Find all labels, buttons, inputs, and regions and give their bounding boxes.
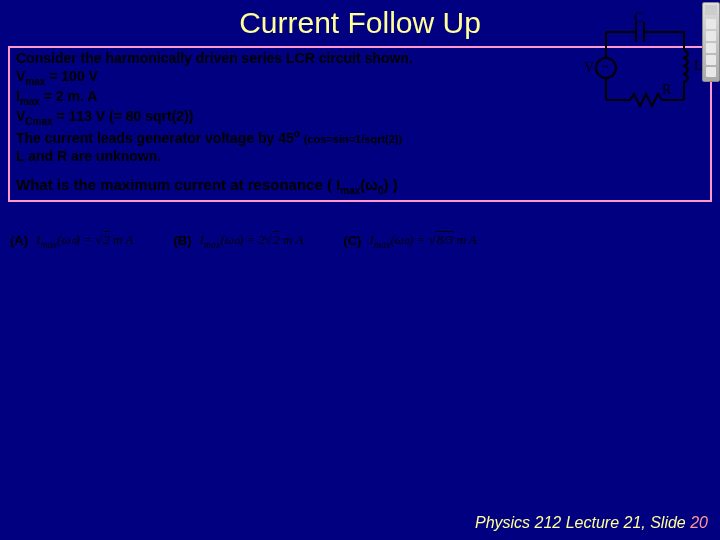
- footer-course: Physics 212: [475, 514, 561, 531]
- choices-row: (A) Imax(ω₀) = √2 m A (B) Imax(ω₀) = 2√2…: [10, 232, 710, 250]
- c-root: 8/3: [436, 232, 454, 247]
- q-post: ) ): [384, 176, 398, 193]
- choice-b[interactable]: (B) Imax(ω₀) = 2√2 m A: [173, 232, 303, 250]
- phase-line: The current leads generator voltage by 4…: [16, 130, 402, 146]
- vcmax-val: = 113 V (= 80 sqrt(2)): [53, 108, 194, 124]
- q-sub: max: [340, 185, 360, 196]
- q-pre: What is the maximum current at resonance…: [16, 176, 340, 193]
- a-root: 2: [102, 232, 110, 247]
- phase-a: The current leads generator voltage by 4…: [16, 130, 294, 146]
- vmax-sub: max: [25, 75, 45, 86]
- a-arg: (ω₀) =: [57, 232, 95, 247]
- label-c: C: [634, 10, 643, 26]
- a-sub: max: [40, 239, 57, 250]
- question-text: What is the maximum current at resonance…: [16, 173, 704, 196]
- b-sub: max: [204, 239, 221, 250]
- q-mid: (ω: [360, 176, 378, 193]
- label-r: R: [662, 82, 671, 98]
- b-arg: (ω₀) = 2: [220, 232, 265, 247]
- choice-a-label: (A): [10, 233, 28, 248]
- label-tilde: ~: [602, 60, 609, 75]
- c-sub: max: [374, 239, 391, 250]
- footer: Physics 212 Lecture 21, Slide 20: [475, 514, 708, 532]
- label-v: V: [584, 60, 594, 76]
- clicker-remote-icon: [702, 2, 720, 82]
- problem-line1: Consider the harmonically driven series …: [16, 50, 413, 66]
- vcmax-line: VCmax = 113 V (= 80 sqrt(2)): [16, 108, 193, 124]
- footer-slide-number: 20: [690, 514, 708, 531]
- imax-sub: max: [20, 96, 40, 107]
- choice-c[interactable]: (C) Imax(ω₀) = √8/3 m A: [343, 232, 477, 250]
- footer-lecture: Lecture 21, Slide: [561, 514, 690, 531]
- vmax-val: = 100 V: [45, 68, 98, 84]
- choice-c-math: Imax(ω₀) = √8/3 m A: [369, 232, 477, 250]
- phase-deg: o: [294, 128, 300, 139]
- b-root: 2: [272, 232, 280, 247]
- c-unit: m A: [453, 232, 477, 247]
- choice-b-label: (B): [173, 233, 191, 248]
- choice-a-math: Imax(ω₀) = √2 m A: [36, 232, 133, 250]
- imax-line: Imax = 2 m. A: [16, 88, 97, 104]
- choice-b-math: Imax(ω₀) = 2√2 m A: [199, 232, 303, 250]
- vmax-sym: V: [16, 68, 25, 84]
- vcmax-sub: Cmax: [25, 116, 52, 127]
- a-unit: m A: [110, 232, 134, 247]
- imax-val: = 2 m. A: [40, 88, 97, 104]
- phase-b: (cos=sin=1/sqrt(2)): [304, 133, 402, 145]
- choice-a[interactable]: (A) Imax(ω₀) = √2 m A: [10, 232, 133, 250]
- vcmax-sym: V: [16, 108, 25, 124]
- unknowns-line: L and R are unknown.: [16, 148, 161, 164]
- choice-c-label: (C): [343, 233, 361, 248]
- c-arg: (ω₀) =: [390, 232, 428, 247]
- circuit-svg: [584, 10, 714, 140]
- b-unit: m A: [280, 232, 304, 247]
- circuit-diagram: C V ~ L R: [584, 10, 714, 140]
- vmax-line: Vmax = 100 V: [16, 68, 98, 84]
